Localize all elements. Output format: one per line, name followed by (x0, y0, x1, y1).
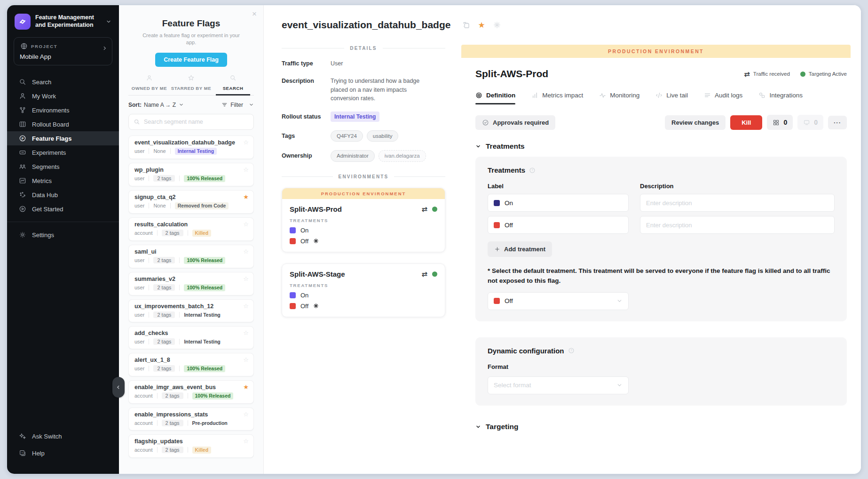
sidebar-item-feature-flags[interactable]: P Feature Flags (7, 131, 119, 145)
tab-monitoring[interactable]: Monitoring (599, 92, 639, 104)
tab-search[interactable]: SEARCH (212, 74, 254, 95)
gear-icon[interactable] (493, 21, 501, 29)
metrics-icon (18, 177, 26, 184)
project-selector[interactable]: PROJECT Mobile App (14, 37, 112, 65)
bar-chart-icon (531, 92, 538, 99)
segments-count-button[interactable]: 0 (767, 115, 793, 130)
sort-value[interactable]: Name A → Z (144, 102, 176, 108)
treatment-label-input[interactable]: Off (488, 216, 629, 234)
flag-card[interactable]: event_visualization_datahub_badge ☆ user… (128, 136, 254, 159)
treatment-description-input[interactable] (640, 216, 835, 234)
flag-card[interactable]: results_calculation ☆ account2 tagsKille… (128, 217, 254, 241)
gear-icon (18, 231, 26, 239)
search-input[interactable] (144, 119, 249, 125)
sidebar-item-ask-switch[interactable]: Ask Switch (7, 428, 119, 445)
treatments-section-toggle[interactable]: Treatments (475, 142, 847, 151)
star-outline-icon[interactable]: ☆ (243, 275, 249, 282)
ownership-label: Ownership (282, 152, 331, 160)
flag-card[interactable]: alert_ux_1_8 ☆ user2 tags100% Released (128, 353, 254, 376)
more-options-button[interactable]: ··· (828, 116, 847, 129)
info-icon: ? (568, 347, 575, 354)
star-outline-icon[interactable]: ☆ (243, 166, 249, 173)
flag-card[interactable]: signup_cta_q2 ★ userNoneRemoved from Cod… (128, 190, 254, 214)
tab-metrics-impact[interactable]: Metrics impact (531, 92, 583, 104)
tab-live-tail[interactable]: Live tail (655, 92, 688, 104)
tab-integrations[interactable]: Integrations (758, 92, 803, 104)
star-outline-icon[interactable]: ☆ (243, 411, 249, 418)
treatment-on-swatch (290, 292, 296, 298)
tab-owned-by-me[interactable]: OWNED BY ME (128, 74, 170, 95)
feature-flag-icon: P (18, 135, 26, 142)
chevron-down-icon (475, 424, 481, 430)
status-badge: Killed (192, 447, 212, 454)
sidebar-item-rollout-board[interactable]: Rollout Board (7, 117, 119, 131)
owner-pill[interactable]: ivan.delagarza (379, 150, 426, 161)
star-outline-icon[interactable]: ☆ (243, 356, 249, 363)
default-treatment-note: * Select the default treatment. This tre… (488, 266, 835, 286)
owner-pill[interactable]: Administrator (331, 150, 375, 161)
rules-count-button[interactable]: 0 (797, 115, 823, 130)
sidebar-collapse-handle[interactable] (112, 377, 125, 398)
sidebar-item-settings[interactable]: Settings (7, 228, 119, 242)
traffic-arrows-icon: ⇄ (421, 271, 427, 278)
star-outline-icon[interactable]: ☆ (243, 221, 249, 228)
star-outline-icon[interactable]: ☆ (243, 139, 249, 146)
flag-list: event_visualization_datahub_badge ☆ user… (128, 136, 254, 474)
star-filled-icon[interactable]: ★ (243, 383, 249, 391)
star-outline-icon[interactable]: ☆ (243, 248, 249, 255)
sidebar-item-segments[interactable]: Segments (7, 160, 119, 174)
default-treatment-asterisk-icon (313, 238, 319, 244)
treatment-row: Off (290, 303, 437, 310)
star-outline-icon[interactable]: ☆ (243, 329, 249, 336)
target-icon (475, 92, 482, 99)
star-filled-icon[interactable]: ★ (478, 21, 485, 29)
kill-button[interactable]: Kill (730, 115, 762, 130)
sidebar-item-search[interactable]: Search (7, 75, 119, 89)
flag-card[interactable]: add_checks ☆ user2 tagsInternal Testing (128, 326, 254, 349)
filter-button[interactable]: Filter (221, 102, 254, 108)
targeting-active-dot (432, 207, 437, 212)
copy-icon[interactable] (462, 21, 470, 29)
tag-pill[interactable]: usability (367, 130, 399, 142)
flag-card[interactable]: enable_imgr_aws_event_bus ★ account2 tag… (128, 380, 254, 404)
environment-card-prod[interactable]: PRODUCTION ENVIRONMENT Split-AWS-Prod ⇄ … (282, 188, 445, 252)
sidebar-item-environments[interactable]: Environments (7, 103, 119, 117)
environment-card-stage[interactable]: Split-AWS-Stage ⇄ TREATMENTS On (282, 263, 445, 317)
format-select[interactable]: Select format (488, 376, 629, 394)
sidebar-item-help[interactable]: ? Help (7, 445, 119, 462)
description-value: Trying to understand how a badge placed … (331, 77, 425, 103)
sidebar-item-metrics[interactable]: Metrics (7, 174, 119, 188)
review-changes-button[interactable]: Review changes (665, 115, 726, 130)
close-icon[interactable]: × (252, 10, 257, 18)
default-treatment-select[interactable]: Off (488, 292, 629, 310)
add-treatment-button[interactable]: Add treatment (488, 241, 552, 257)
tab-definition[interactable]: Definition (475, 92, 515, 104)
star-outline-icon[interactable]: ☆ (243, 303, 249, 310)
approvals-required-button[interactable]: Approvals required (475, 115, 555, 130)
sparkle-icon (18, 432, 26, 440)
panel-title: Feature Flags (128, 18, 254, 29)
description-column-header: Description (640, 183, 674, 190)
tag-pill[interactable]: Q4FY24 (331, 130, 363, 142)
sidebar-item-get-started[interactable]: Get Started (7, 202, 119, 216)
sidebar-item-data-hub[interactable]: Data Hub (7, 188, 119, 202)
org-switcher[interactable]: Feature Managementand Experimentation (14, 14, 112, 30)
targeting-section-toggle[interactable]: Targeting (475, 423, 847, 431)
star-outline-icon[interactable]: ☆ (243, 438, 249, 445)
tab-starred-by-me[interactable]: STARRED BY ME (170, 74, 212, 95)
star-filled-icon[interactable]: ★ (243, 193, 249, 200)
flag-card[interactable]: enable_impressions_stats ☆ account2 tags… (128, 407, 254, 431)
flag-card[interactable]: summaries_v2 ☆ user2 tags100% Released (128, 272, 254, 295)
rollout-status-label: Rollout status (282, 112, 331, 121)
sidebar-footer: Ask Switch ? Help (14, 428, 112, 462)
tab-audit-logs[interactable]: Audit logs (704, 92, 742, 104)
treatment-description-input[interactable] (640, 194, 835, 212)
flag-card[interactable]: wp_plugin ☆ user2 tags100% Released (128, 163, 254, 186)
treatment-label-input[interactable]: On (488, 194, 629, 212)
sidebar-item-my-work[interactable]: My Work (7, 89, 119, 103)
flag-card[interactable]: flagship_updates ☆ account2 tagsKilled (128, 434, 254, 458)
flag-card[interactable]: ux_improvements_batch_12 ☆ user2 tagsInt… (128, 299, 254, 322)
create-feature-flag-button[interactable]: Create Feature Flag (155, 53, 227, 67)
flag-card[interactable]: saml_ui ☆ user2 tags100% Released (128, 245, 254, 268)
sidebar-item-experiments[interactable]: Experiments (7, 145, 119, 160)
